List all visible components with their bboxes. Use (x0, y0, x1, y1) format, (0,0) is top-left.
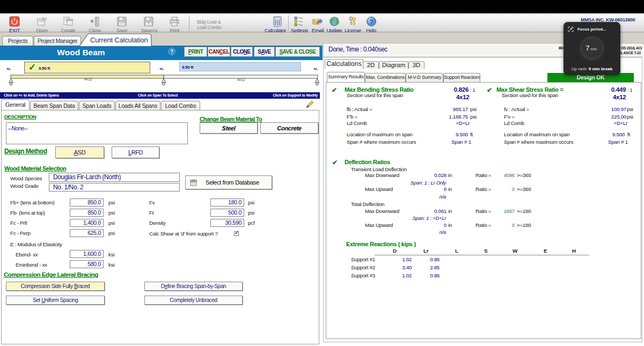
svg-text:?: ? (369, 18, 373, 26)
svg-text:4x12: 4x12 (84, 77, 92, 81)
svg-text:4x12: 4x12 (237, 78, 245, 82)
svg-text:Current Calculation: Current Calculation (90, 36, 148, 44)
svg-text:?: ? (148, 22, 150, 26)
